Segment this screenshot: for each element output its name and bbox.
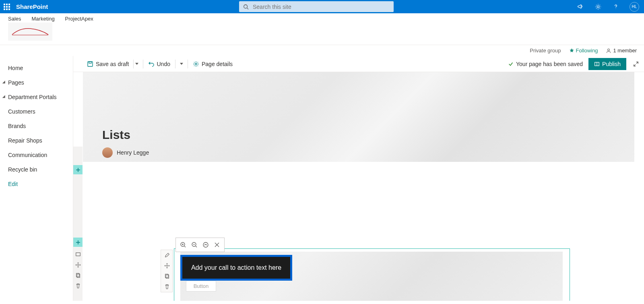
add-section-top[interactable] <box>73 165 83 174</box>
nav-brands[interactable]: Brands <box>0 119 73 133</box>
person-icon <box>606 48 611 54</box>
megaphone-icon[interactable] <box>576 3 584 11</box>
image-focal-toolbar <box>175 238 225 252</box>
follow-toggle[interactable]: Following <box>569 48 598 54</box>
zoom-in-icon[interactable] <box>180 242 186 248</box>
section-edit-button[interactable] <box>73 249 83 260</box>
cta-text-input[interactable]: Add your call to action text here <box>180 255 292 281</box>
page-title[interactable]: Lists <box>102 128 130 142</box>
hub-link-marketing[interactable]: Marketing <box>32 16 55 22</box>
svg-point-16 <box>203 242 208 247</box>
group-type-label: Private group <box>530 48 561 54</box>
webpart-move-button[interactable] <box>161 261 173 271</box>
gear-icon <box>193 61 199 67</box>
zoom-out-icon[interactable] <box>191 242 198 248</box>
nav-recycle-bin[interactable]: Recycle bin <box>0 162 73 177</box>
webpart-duplicate-button[interactable] <box>161 271 173 281</box>
gear-icon[interactable] <box>594 3 602 11</box>
svg-point-2 <box>597 6 599 8</box>
app-name[interactable]: SharePoint <box>16 3 48 10</box>
undo-icon <box>148 61 155 67</box>
svg-rect-5 <box>89 62 91 63</box>
save-as-draft-button[interactable]: Save as draft <box>85 58 132 70</box>
svg-point-3 <box>608 49 610 51</box>
svg-line-1 <box>247 8 249 9</box>
svg-line-14 <box>196 246 197 247</box>
save-icon <box>87 61 93 67</box>
page-author[interactable]: Henry Legge <box>102 147 149 158</box>
site-left-nav: Home Pages Department Portals Customers … <box>0 56 73 301</box>
waffle-app-launcher[interactable] <box>0 4 14 10</box>
webpart-rail <box>161 250 173 292</box>
save-status: Your page has been saved <box>508 61 583 67</box>
search-box[interactable] <box>239 1 394 12</box>
nav-pages[interactable]: Pages <box>0 75 73 90</box>
cta-button-placeholder[interactable]: Button <box>186 281 216 292</box>
publish-icon <box>594 61 600 67</box>
car-logo-icon <box>10 26 50 38</box>
hub-link-projectapex[interactable]: ProjectApex <box>65 16 93 22</box>
nav-customers[interactable]: Customers <box>0 104 73 119</box>
close-icon[interactable] <box>214 242 220 248</box>
section-delete-button[interactable] <box>73 281 83 291</box>
svg-rect-21 <box>76 253 80 256</box>
help-icon[interactable] <box>612 3 620 11</box>
publish-button[interactable]: Publish <box>588 58 626 70</box>
focal-point-icon[interactable] <box>202 242 209 248</box>
search-icon <box>243 4 249 10</box>
search-input[interactable] <box>253 4 390 10</box>
nav-communication[interactable]: Communication <box>0 148 73 162</box>
section-move-button[interactable] <box>73 260 83 270</box>
webpart-edit-button[interactable] <box>161 250 173 261</box>
svg-point-0 <box>244 4 248 8</box>
webpart-delete-button[interactable] <box>161 281 173 292</box>
svg-rect-4 <box>88 62 93 66</box>
page-details-button[interactable]: Page details <box>190 58 235 70</box>
svg-point-6 <box>195 63 197 65</box>
expand-button[interactable] <box>632 61 640 67</box>
nav-edit[interactable]: Edit <box>0 177 73 191</box>
waffle-icon <box>4 4 10 10</box>
nav-department-portals[interactable]: Department Portals <box>0 90 73 104</box>
add-section-bottom[interactable] <box>73 238 83 247</box>
svg-line-10 <box>184 246 186 247</box>
hero-banner[interactable]: Lists Henry Legge <box>83 72 634 162</box>
undo-button[interactable]: Undo <box>146 58 173 70</box>
avatar[interactable]: HL <box>630 2 639 12</box>
author-avatar <box>102 147 113 158</box>
checkmark-icon <box>508 61 514 67</box>
undo-chevron[interactable] <box>178 60 185 68</box>
site-logo[interactable] <box>8 23 52 41</box>
nav-repair-shops[interactable]: Repair Shops <box>0 133 73 148</box>
nav-home[interactable]: Home <box>0 61 73 75</box>
hub-link-sales[interactable]: Sales <box>8 16 21 22</box>
star-icon <box>569 48 574 53</box>
section-duplicate-button[interactable] <box>73 270 83 281</box>
members-link[interactable]: 1 member <box>606 48 637 54</box>
save-draft-chevron[interactable] <box>133 60 140 68</box>
expand-icon <box>633 61 639 67</box>
